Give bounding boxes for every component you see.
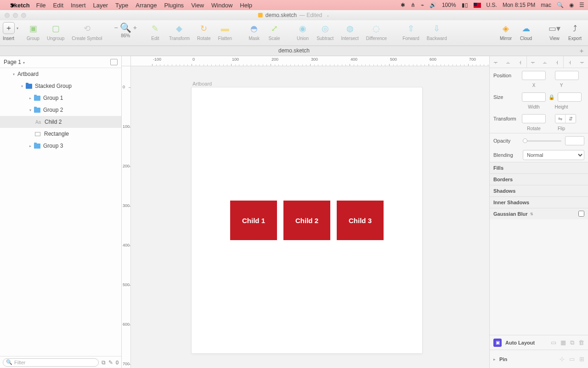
- disclosure-closed-icon[interactable]: ▸: [28, 96, 33, 100]
- disclosure-open-icon[interactable]: ▾: [11, 72, 17, 76]
- notification-center-icon[interactable]: ☰: [579, 2, 584, 8]
- height-input[interactable]: [558, 92, 582, 102]
- transform-button[interactable]: ◆Transform: [169, 22, 190, 41]
- menu-arrange[interactable]: Arrange: [136, 2, 157, 9]
- gaussian-blur-section[interactable]: Gaussian Blur⇅: [490, 208, 588, 219]
- menu-insert[interactable]: Insert: [71, 2, 86, 9]
- artboard[interactable]: Child 1 Child 2 Child 3: [192, 87, 422, 353]
- layer-group-1[interactable]: ▸Group 1: [0, 92, 121, 104]
- export-button[interactable]: ⤴Export: [568, 22, 582, 41]
- traffic-lights[interactable]: [0, 13, 26, 18]
- backward-button[interactable]: ⇩Backward: [427, 22, 447, 41]
- pages-panel-icon[interactable]: [110, 59, 118, 65]
- layer-child-2[interactable]: AaChild 2: [0, 116, 121, 128]
- menu-plugins[interactable]: Plugins: [164, 2, 184, 9]
- canvas-child-2[interactable]: Child 2: [283, 201, 330, 240]
- clock[interactable]: Mon 8:15 PM: [503, 2, 535, 8]
- layer-stacked-group[interactable]: ▾Stacked Group: [0, 80, 121, 92]
- layer-group-2[interactable]: ▾Group 2: [0, 104, 121, 116]
- app-menu[interactable]: Sketch: [10, 2, 30, 9]
- position-y-input[interactable]: [555, 71, 579, 80]
- view-button[interactable]: ▭▾View: [548, 22, 561, 41]
- disclosure-open-icon[interactable]: ▾: [28, 108, 33, 112]
- layer-artboard[interactable]: ▾Artboard: [0, 68, 121, 80]
- menu-view[interactable]: View: [191, 2, 204, 9]
- canvas[interactable]: Artboard Child 1 Child 2 Child 3: [131, 66, 489, 368]
- new-tab-button[interactable]: ＋: [577, 47, 586, 55]
- al-grid-icon[interactable]: ▦: [560, 339, 566, 346]
- align-bottom-button[interactable]: ⫞: [551, 56, 564, 68]
- canvas-child-1[interactable]: Child 1: [230, 201, 277, 240]
- pin-size-icon[interactable]: ⊞: [579, 356, 584, 362]
- siri-icon[interactable]: ◉: [569, 2, 574, 8]
- pin-center-icon[interactable]: ▭: [569, 356, 575, 362]
- disclosure-closed-icon[interactable]: ▸: [493, 357, 496, 362]
- disclosure-open-icon[interactable]: ▾: [19, 84, 25, 88]
- ruler-horizontal[interactable]: -1000100200300400500600700: [131, 56, 489, 66]
- distribute-h-button[interactable]: ⫞: [564, 56, 576, 68]
- intersect-button[interactable]: ◍Intersect: [341, 22, 358, 41]
- al-trash-icon[interactable]: 🗑: [578, 339, 584, 346]
- menu-type[interactable]: Type: [115, 2, 128, 9]
- inner-shadows-section[interactable]: Inner Shadows: [490, 196, 588, 208]
- create-symbol-button[interactable]: ⟲Create Symbol: [72, 22, 102, 41]
- insert-button[interactable]: ＋: [3, 22, 15, 34]
- layer-filter-input[interactable]: 🔍Filter: [3, 358, 99, 367]
- zoom-control[interactable]: −🔍+ 86%: [114, 22, 137, 38]
- layer-group-3[interactable]: ▸Group 3: [0, 140, 121, 152]
- evernote-icon[interactable]: ✱: [401, 2, 405, 8]
- forward-button[interactable]: ⇧Forward: [402, 22, 419, 41]
- menu-edit[interactable]: Edit: [53, 2, 63, 9]
- cloud-button[interactable]: ☁Cloud: [520, 22, 532, 41]
- filter-hidden-icon[interactable]: ⧉: [102, 359, 106, 366]
- al-devices-icon[interactable]: ⧉: [570, 339, 574, 346]
- scale-button[interactable]: ⤢Scale: [268, 22, 281, 41]
- canvas-area[interactable]: -1000100200300400500600700 0100200300400…: [122, 56, 489, 368]
- zoom-in-button[interactable]: +: [133, 24, 137, 31]
- borders-section[interactable]: Borders: [490, 173, 588, 185]
- align-right-button[interactable]: ⫞: [514, 56, 526, 68]
- menu-file[interactable]: File: [36, 2, 46, 9]
- pages-selector[interactable]: Page 1▾: [0, 56, 121, 68]
- window-title[interactable]: demo.sketch — Edited ⌄: [258, 12, 330, 18]
- flip-buttons[interactable]: ⇋⇵: [555, 114, 576, 123]
- ungroup-button[interactable]: ▢Ungroup: [47, 22, 64, 41]
- align-vcenter-button[interactable]: ⫠: [539, 56, 551, 68]
- width-input[interactable]: [522, 92, 546, 102]
- zoom-out-button[interactable]: −: [114, 24, 118, 31]
- align-left-button[interactable]: ⫟: [490, 56, 502, 68]
- tab-active[interactable]: demo.sketch: [272, 46, 316, 56]
- opacity-slider[interactable]: [523, 140, 561, 142]
- flip-h-icon[interactable]: ⇋: [555, 115, 565, 123]
- group-button[interactable]: ▣Group: [27, 22, 40, 41]
- user-name[interactable]: mac: [541, 2, 551, 8]
- lock-aspect-icon[interactable]: 🔒: [548, 94, 555, 100]
- filter-slice-icon[interactable]: ✎: [108, 359, 113, 366]
- flag-icon[interactable]: [474, 3, 481, 8]
- disclosure-closed-icon[interactable]: ▸: [28, 144, 33, 148]
- al-folder-icon[interactable]: ▭: [551, 339, 556, 346]
- gaussian-blur-toggle[interactable]: [578, 211, 584, 217]
- blending-select[interactable]: Normal: [523, 150, 584, 160]
- flatten-button[interactable]: ▬Flatten: [218, 22, 232, 41]
- menu-layer[interactable]: Layer: [93, 2, 108, 9]
- difference-button[interactable]: ◌Difference: [366, 22, 387, 41]
- bluetooth-icon[interactable]: ⌁: [421, 2, 424, 8]
- rotate-button[interactable]: ↻Rotate: [197, 22, 210, 41]
- align-hcenter-button[interactable]: ⫠: [502, 56, 514, 68]
- input-locale[interactable]: U.S.: [486, 2, 497, 8]
- menu-help[interactable]: Help: [240, 2, 252, 9]
- opacity-input[interactable]: [565, 136, 584, 145]
- mirror-button[interactable]: ◈Mirror: [499, 22, 512, 41]
- flip-v-icon[interactable]: ⇵: [565, 115, 576, 123]
- subtract-button[interactable]: ◎Subtract: [317, 22, 334, 41]
- position-x-input[interactable]: [522, 71, 546, 80]
- ruler-vertical[interactable]: 0100200300400500600700: [122, 66, 131, 368]
- battery-icon[interactable]: ▮▯: [462, 2, 468, 8]
- menu-window[interactable]: Window: [211, 2, 232, 9]
- rotate-input[interactable]: [522, 114, 546, 123]
- ruler-origin[interactable]: [122, 56, 131, 66]
- union-button[interactable]: ◉Union: [296, 22, 309, 41]
- shadows-section[interactable]: Shadows: [490, 185, 588, 196]
- artboard-label[interactable]: Artboard: [192, 81, 212, 86]
